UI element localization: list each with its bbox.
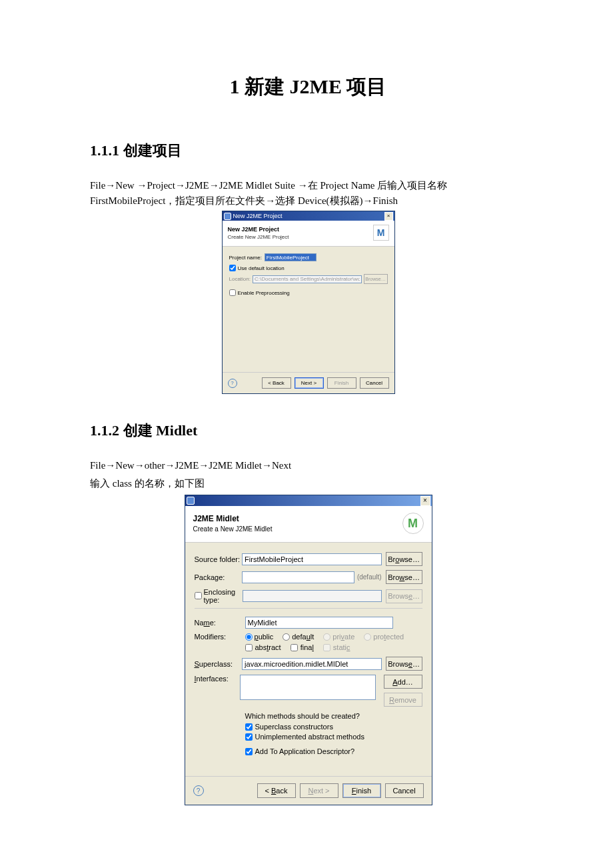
modifier-static-checkbox: [323, 644, 330, 651]
unimplemented-methods-label: Unimplemented abstract methods: [255, 733, 364, 741]
use-default-location-label: Use default location: [238, 265, 285, 271]
dialog-titlebar: New J2ME Project ×: [223, 211, 394, 221]
enable-preprocessing-checkbox[interactable]: [229, 289, 236, 296]
name-input[interactable]: [245, 617, 393, 629]
dialog-header: New J2ME Project Create New J2ME Project…: [223, 221, 394, 247]
location-input: [253, 275, 362, 283]
section-2-para1: File→New→other→J2ME→J2ME Midlet→Next: [90, 458, 526, 473]
interfaces-label: Interfaces:: [195, 675, 241, 683]
back-button[interactable]: < Back: [257, 783, 296, 798]
header-title: New J2ME Project: [228, 226, 289, 233]
modifier-default-radio[interactable]: [283, 633, 290, 641]
enable-preprocessing-label: Enable Preprocessing: [238, 290, 290, 296]
remove-interface-button: Remove: [384, 693, 422, 707]
methods-question: Which methods should be created?: [245, 712, 422, 720]
help-button[interactable]: ?: [193, 785, 204, 796]
modifier-abstract-checkbox[interactable]: [245, 644, 253, 651]
unimplemented-methods-checkbox[interactable]: [245, 733, 253, 741]
new-j2me-project-dialog: New J2ME Project × New J2ME Project Crea…: [222, 211, 395, 394]
browse-source-button[interactable]: Browse…: [386, 552, 422, 566]
location-label: Location:: [229, 276, 251, 282]
add-app-descriptor-checkbox[interactable]: [245, 748, 253, 755]
superclass-constructors-label: Superclass constructors: [255, 723, 333, 731]
modifier-protected-radio: [364, 633, 371, 641]
enclosing-type-label: Enclosing type:: [204, 588, 243, 604]
browse-superclass-button[interactable]: Browse…: [386, 657, 422, 671]
back-button[interactable]: < Back: [262, 377, 291, 389]
finish-button[interactable]: Finish: [342, 783, 381, 798]
dialog-titlebar: ×: [185, 495, 432, 506]
close-button[interactable]: ×: [384, 212, 393, 221]
header-subtitle: Create New J2ME Project: [228, 234, 289, 240]
close-button[interactable]: ×: [420, 496, 430, 506]
doc-title: 1 新建 J2ME 项目: [90, 73, 526, 101]
source-folder-label: Source folder:: [195, 555, 243, 563]
finish-button: Finish: [327, 377, 356, 389]
add-app-descriptor-label: Add To Application Descriptor?: [255, 747, 355, 755]
next-button[interactable]: Next >: [295, 377, 324, 389]
package-default-text: (default): [357, 573, 382, 581]
modifier-public-radio[interactable]: [245, 633, 253, 641]
next-button: Next >: [300, 783, 338, 798]
section-2-heading: 1.1.2 创建 Midlet: [90, 421, 526, 441]
banner-m-icon: M: [402, 513, 424, 534]
header-subtitle: Create a New J2ME Midlet: [193, 525, 273, 533]
modifier-final-checkbox[interactable]: [291, 644, 298, 651]
app-logo-icon: [224, 213, 231, 220]
enclosing-type-input: [243, 590, 382, 602]
help-button[interactable]: ?: [228, 379, 237, 388]
modifiers-label: Modifiers:: [195, 633, 245, 641]
modifier-private-radio: [323, 633, 330, 641]
package-label: Package:: [195, 573, 243, 581]
enclosing-type-checkbox[interactable]: [195, 592, 202, 599]
interfaces-list[interactable]: [240, 675, 375, 700]
source-folder-input[interactable]: [242, 553, 382, 565]
browse-package-button[interactable]: Browse…: [386, 570, 422, 584]
section-1-heading: 1.1.1 创建项目: [90, 141, 526, 161]
project-name-label: Project name:: [229, 255, 262, 261]
browse-button: Browse…: [364, 274, 388, 284]
banner-m-icon: M: [373, 225, 389, 241]
dialog-header: J2ME Midlet Create a New J2ME Midlet M: [185, 506, 432, 543]
add-interface-button[interactable]: Add…: [384, 675, 422, 689]
j2me-midlet-dialog: × J2ME Midlet Create a New J2ME Midlet M…: [185, 495, 432, 805]
dialog-title: New J2ME Project: [233, 213, 283, 219]
browse-enclosing-button: Browse…: [386, 589, 422, 603]
superclass-input[interactable]: [242, 658, 382, 670]
app-logo-icon: [187, 497, 195, 505]
superclass-label: Superclass:: [195, 660, 243, 668]
cancel-button[interactable]: Cancel: [360, 377, 389, 389]
cancel-button[interactable]: Cancel: [385, 783, 424, 798]
package-input[interactable]: [242, 571, 354, 583]
header-title: J2ME Midlet: [193, 514, 273, 523]
project-name-input[interactable]: [265, 253, 316, 261]
use-default-location-checkbox[interactable]: [229, 265, 236, 271]
name-label: Name:: [195, 619, 245, 627]
section-1-para: File→New →Project→J2ME→J2ME Midlet Suite…: [90, 178, 526, 208]
superclass-constructors-checkbox[interactable]: [245, 723, 253, 731]
section-2-para2: 输入 class 的名称，如下图: [90, 476, 526, 491]
